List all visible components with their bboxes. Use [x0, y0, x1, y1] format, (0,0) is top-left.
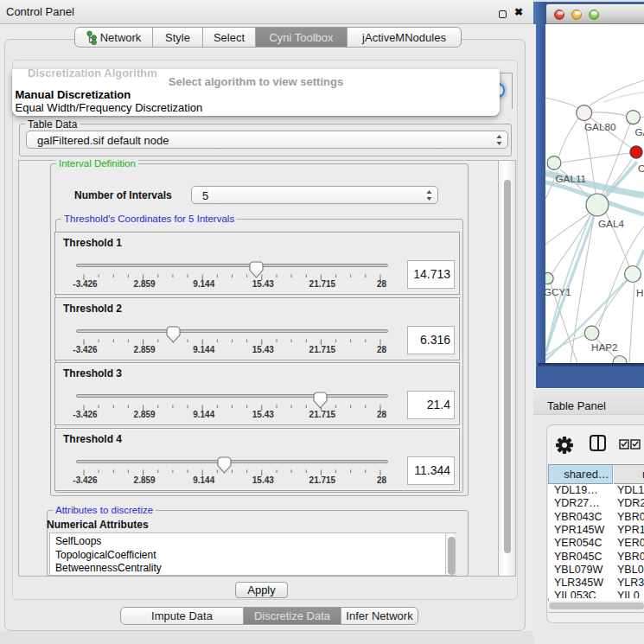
- svg-text:GAL11: GAL11: [556, 173, 587, 184]
- svg-text:GCY1: GCY1: [545, 286, 571, 297]
- svg-text:GAL80: GAL80: [584, 121, 616, 132]
- svg-text:H: H: [636, 287, 643, 298]
- svg-text:GA: GA: [635, 126, 644, 137]
- svg-text:GAL4: GAL4: [598, 218, 624, 229]
- svg-text:C: C: [638, 163, 644, 174]
- svg-text:HAP2: HAP2: [591, 341, 618, 353]
